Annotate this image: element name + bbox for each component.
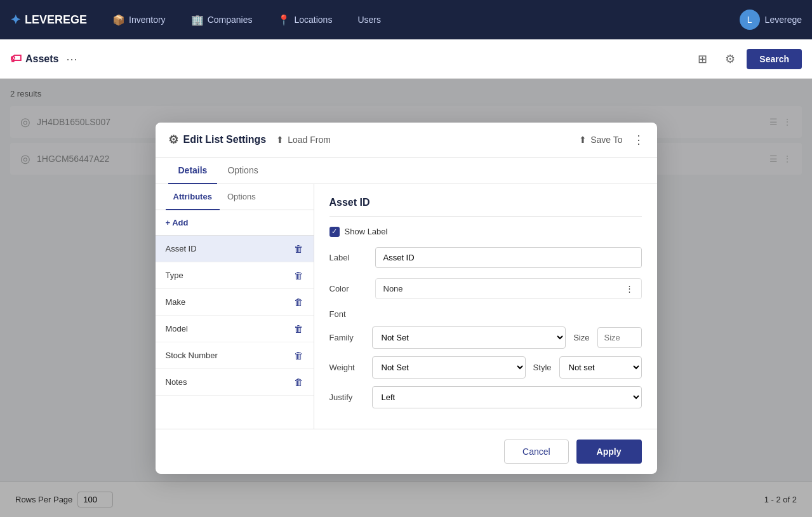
attr-item-make[interactable]: Make 🗑 bbox=[156, 289, 314, 316]
modal-title-text: Edit List Settings bbox=[183, 134, 267, 145]
avatar: L bbox=[740, 10, 760, 30]
grid-view-button[interactable]: ⊞ bbox=[691, 48, 714, 70]
modal-overlay: ⚙ Edit List Settings ⬆ Load From ⬆ Save … bbox=[0, 79, 812, 517]
modal-more-button[interactable]: ⋮ bbox=[633, 133, 644, 147]
attr-delete-button[interactable]: 🗑 bbox=[294, 323, 303, 334]
logo-text: LEVEREGE bbox=[25, 13, 87, 27]
attr-delete-button[interactable]: 🗑 bbox=[294, 297, 303, 307]
load-from-label: Load From bbox=[288, 135, 331, 145]
label-row: Label bbox=[329, 247, 642, 268]
attr-item-notes[interactable]: Notes 🗑 bbox=[156, 369, 314, 396]
tab-options[interactable]: Options bbox=[217, 158, 268, 184]
font-section-label: Font bbox=[329, 309, 642, 319]
attr-delete-button[interactable]: 🗑 bbox=[294, 270, 303, 281]
companies-icon: 🏢 bbox=[191, 14, 204, 26]
attr-delete-button[interactable]: 🗑 bbox=[294, 350, 303, 361]
show-label-row: ✓ Show Label bbox=[329, 227, 642, 237]
modal-title: ⚙ Edit List Settings bbox=[168, 133, 267, 147]
attr-item-type[interactable]: Type 🗑 bbox=[156, 262, 314, 289]
font-style-select[interactable]: Not set bbox=[559, 356, 642, 379]
load-from-button[interactable]: ⬆ Load From bbox=[276, 135, 331, 145]
top-navigation: ✦ LEVEREGE 📦 Inventory 🏢 Companies 📍 Loc… bbox=[0, 0, 812, 39]
sub-tab-attributes[interactable]: Attributes bbox=[166, 184, 220, 210]
search-button[interactable]: Search bbox=[747, 49, 802, 69]
tag-icon: 🏷 bbox=[10, 52, 22, 65]
assets-label: Assets bbox=[25, 53, 58, 65]
sub-tab-options-label: Options bbox=[227, 192, 256, 201]
user-label: Leverege bbox=[765, 15, 802, 25]
save-to-button[interactable]: ⬆ Save To bbox=[579, 135, 622, 145]
settings-button[interactable]: ⚙ bbox=[719, 48, 742, 70]
tab-details-label: Details bbox=[178, 165, 208, 175]
font-weight-style-row: Weight Not Set Style Not set bbox=[329, 356, 642, 379]
color-value-text: None bbox=[383, 284, 403, 293]
nav-item-users[interactable]: Users bbox=[347, 10, 391, 30]
font-family-label: Family bbox=[329, 333, 364, 342]
nav-user[interactable]: L Leverege bbox=[740, 10, 802, 30]
attr-delete-button[interactable]: 🗑 bbox=[294, 243, 303, 254]
add-label: + Add bbox=[166, 218, 189, 227]
attr-item-model[interactable]: Model 🗑 bbox=[156, 316, 314, 342]
font-style-label: Style bbox=[533, 363, 552, 372]
modal-tabs: Details Options bbox=[156, 158, 657, 184]
font-weight-label: Weight bbox=[329, 363, 364, 372]
nav-item-inventory[interactable]: 📦 Inventory bbox=[102, 9, 176, 31]
attr-item-stock-number[interactable]: Stock Number 🗑 bbox=[156, 342, 314, 369]
font-size-label: Size bbox=[573, 333, 589, 342]
font-weight-select[interactable]: Not Set bbox=[372, 356, 526, 379]
font-family-select[interactable]: Not Set bbox=[372, 326, 566, 349]
inventory-icon: 📦 bbox=[112, 14, 125, 26]
color-selector[interactable]: None ⋮ bbox=[375, 278, 642, 299]
nav-label-locations: Locations bbox=[294, 15, 332, 25]
attr-label: Model bbox=[166, 324, 188, 333]
locations-icon: 📍 bbox=[277, 14, 290, 26]
color-row: Color None ⋮ bbox=[329, 278, 642, 299]
nav-item-companies[interactable]: 🏢 Companies bbox=[181, 9, 263, 31]
attr-label: Type bbox=[166, 271, 183, 280]
logo-icon: ✦ bbox=[10, 12, 21, 27]
justify-row: Justify Left bbox=[329, 386, 642, 408]
color-field-label: Color bbox=[329, 284, 368, 293]
sub-tab-options[interactable]: Options bbox=[220, 184, 263, 210]
nav-label-users: Users bbox=[357, 15, 381, 25]
label-field-label: Label bbox=[329, 253, 368, 262]
content-area: 2 results ◎ JH4DB1650LS007 ☰ ⋮ ◎ 1HGCM56… bbox=[0, 79, 812, 517]
attribute-list: Asset ID 🗑 Type 🗑 Make 🗑 Model bbox=[156, 236, 314, 429]
attr-item-asset-id[interactable]: Asset ID 🗑 bbox=[156, 236, 314, 262]
upload-icon: ⬆ bbox=[276, 135, 284, 145]
gear-icon: ⚙ bbox=[168, 133, 178, 147]
apply-button[interactable]: Apply bbox=[576, 440, 642, 464]
sub-tabs: Attributes Options bbox=[156, 184, 314, 210]
nav-label-inventory: Inventory bbox=[129, 15, 166, 25]
assets-more-button[interactable]: ⋯ bbox=[66, 52, 77, 66]
color-more-icon[interactable]: ⋮ bbox=[625, 284, 634, 293]
modal-header: ⚙ Edit List Settings ⬆ Load From ⬆ Save … bbox=[156, 123, 657, 158]
justify-select[interactable]: Left bbox=[372, 386, 642, 408]
tab-details[interactable]: Details bbox=[168, 158, 218, 184]
font-family-row: Family Not Set Size bbox=[329, 326, 642, 349]
cancel-button[interactable]: Cancel bbox=[504, 440, 569, 464]
label-input[interactable] bbox=[375, 247, 642, 268]
nav-item-locations[interactable]: 📍 Locations bbox=[267, 9, 342, 31]
selected-attribute-title: Asset ID bbox=[329, 197, 642, 217]
edit-list-settings-modal: ⚙ Edit List Settings ⬆ Load From ⬆ Save … bbox=[156, 123, 657, 474]
attr-label: Make bbox=[166, 297, 186, 307]
nav-label-companies: Companies bbox=[208, 15, 253, 25]
add-attribute-button[interactable]: + Add bbox=[156, 210, 314, 236]
save-to-label: Save To bbox=[590, 135, 622, 145]
logo[interactable]: ✦ LEVEREGE bbox=[10, 12, 87, 27]
assets-section: 🏷 Assets bbox=[10, 52, 58, 65]
attr-label: Notes bbox=[166, 377, 187, 387]
modal-body: Attributes Options + Add Asset ID 🗑 bbox=[156, 184, 657, 429]
justify-label: Justify bbox=[329, 393, 364, 402]
show-label-checkbox[interactable]: ✓ bbox=[329, 227, 340, 237]
modal-footer: Cancel Apply bbox=[156, 429, 657, 474]
right-panel: Asset ID ✓ Show Label Label Color bbox=[314, 184, 657, 429]
save-icon: ⬆ bbox=[579, 135, 587, 145]
attr-label: Stock Number bbox=[166, 351, 218, 360]
font-size-input[interactable] bbox=[597, 327, 642, 348]
sub-navigation: 🏷 Assets ⋯ ⊞ ⚙ Search bbox=[0, 39, 812, 79]
show-label-text: Show Label bbox=[345, 227, 388, 236]
left-panel: Attributes Options + Add Asset ID 🗑 bbox=[156, 184, 314, 429]
attr-delete-button[interactable]: 🗑 bbox=[294, 377, 303, 387]
